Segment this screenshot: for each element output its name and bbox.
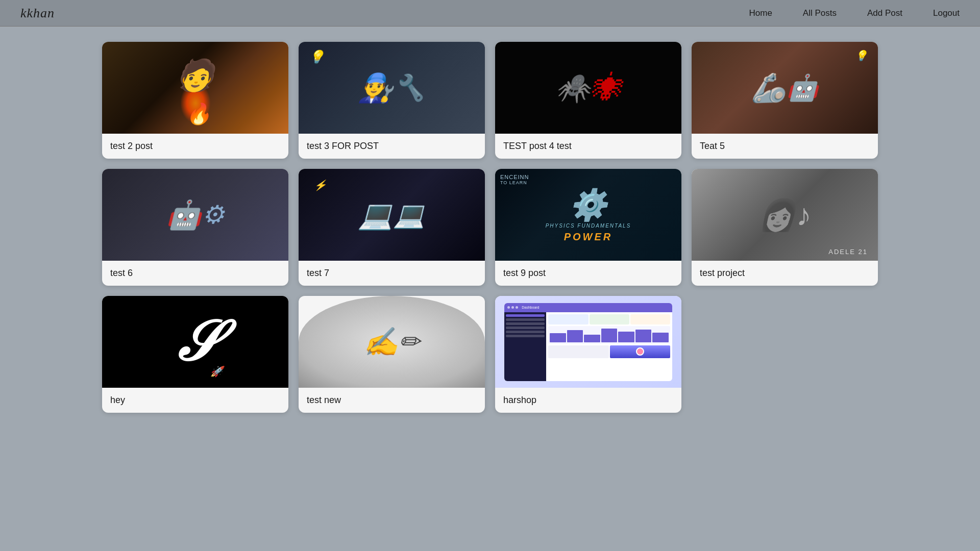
post-card-10[interactable]: ✍️ test new — [299, 296, 485, 413]
navbar: kkhan Home All Posts Add Post Logout — [0, 0, 980, 27]
brand-logo: kkhan — [20, 6, 55, 21]
post-title-11: harshop — [495, 388, 681, 413]
main-content: 🧑 test 2 post 👨‍🔧 💡 test 3 FOR POST 🕷️ T… — [0, 27, 980, 428]
post-title-5: test 6 — [102, 261, 288, 286]
post-card-5[interactable]: 🤖 test 6 — [102, 169, 288, 286]
post-image-3: 🕷️ — [495, 42, 681, 134]
post-title-9: hey — [102, 388, 288, 413]
nav-logout[interactable]: Logout — [933, 8, 960, 18]
post-title-3: TEST post 4 test — [495, 134, 681, 159]
post-image-7: ⚙️ PHYSICS FUNDAMENTALS POWER ENCEINN TO… — [495, 169, 681, 261]
post-title-8: test project — [692, 261, 878, 286]
post-image-2: 👨‍🔧 💡 — [299, 42, 485, 134]
post-title-10: test new — [299, 388, 485, 413]
post-card-8[interactable]: 👩 ADELE 21 test project — [692, 169, 878, 286]
physics-power: POWER — [564, 231, 613, 243]
post-card-1[interactable]: 🧑 test 2 post — [102, 42, 288, 159]
post-card-7[interactable]: ⚙️ PHYSICS FUNDAMENTALS POWER ENCEINN TO… — [495, 169, 681, 286]
post-title-6: test 7 — [299, 261, 485, 286]
physics-sub: PHYSICS FUNDAMENTALS — [546, 223, 631, 229]
post-image-11: Dashboard — [495, 296, 681, 388]
post-title-2: test 3 FOR POST — [299, 134, 485, 159]
nav-home[interactable]: Home — [749, 8, 772, 18]
post-card-9[interactable]: 𝒮 🚀 hey — [102, 296, 288, 413]
post-card-2[interactable]: 👨‍🔧 💡 test 3 FOR POST — [299, 42, 485, 159]
posts-grid: 🧑 test 2 post 👨‍🔧 💡 test 3 FOR POST 🕷️ T… — [102, 42, 878, 413]
post-title-7: test 9 post — [495, 261, 681, 286]
post-image-5: 🤖 — [102, 169, 288, 261]
post-card-6[interactable]: 💻 ⚡ test 7 — [299, 169, 485, 286]
post-image-8: 👩 ADELE 21 — [692, 169, 878, 261]
post-image-4: 🦾 💡 — [692, 42, 878, 134]
post-card-4[interactable]: 🦾 💡 Teat 5 — [692, 42, 878, 159]
post-image-6: 💻 ⚡ — [299, 169, 485, 261]
nav-add-post[interactable]: Add Post — [867, 8, 902, 18]
post-title-4: Teat 5 — [692, 134, 878, 159]
post-image-9: 𝒮 🚀 — [102, 296, 288, 388]
nav-links: Home All Posts Add Post Logout — [749, 8, 960, 18]
post-card-3[interactable]: 🕷️ TEST post 4 test — [495, 42, 681, 159]
post-image-1: 🧑 — [102, 42, 288, 134]
nav-all-posts[interactable]: All Posts — [803, 8, 837, 18]
post-title-1: test 2 post — [102, 134, 288, 159]
post-card-11[interactable]: Dashboard — [495, 296, 681, 413]
post-image-10: ✍️ — [299, 296, 485, 388]
